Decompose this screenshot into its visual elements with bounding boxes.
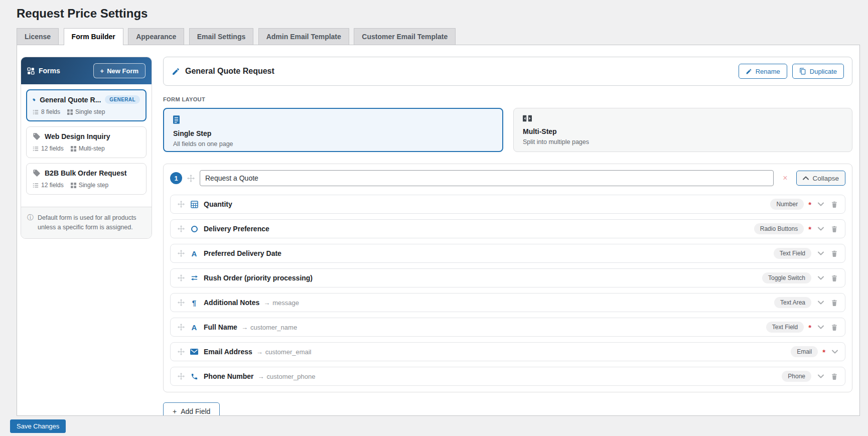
- move-handle-icon[interactable]: [178, 324, 185, 331]
- trash-icon[interactable]: [831, 324, 838, 331]
- copy-icon: [799, 68, 806, 75]
- field-type-badge: Toggle Switch: [762, 272, 811, 283]
- form-step-type: Single step: [75, 108, 105, 115]
- number-grid-icon: [191, 201, 198, 208]
- trash-icon[interactable]: [831, 201, 838, 208]
- fields-list-icon: [33, 109, 39, 115]
- form-name: B2B Bulk Order Request: [45, 169, 126, 177]
- chevron-down-icon[interactable]: [818, 202, 824, 206]
- forms-sidebar-header: Forms + New Form: [21, 57, 152, 84]
- phone-icon: [191, 373, 198, 380]
- form-card-web-design[interactable]: Web Design Inquiry 12 fields Multi-step: [26, 126, 147, 158]
- default-form-note: ⓘ Default form is used for all products …: [21, 207, 152, 238]
- rename-button[interactable]: Rename: [739, 64, 787, 79]
- field-row-additional-notes: ¶ Additional Notes →message Text Area *: [170, 293, 845, 312]
- plus-icon: +: [173, 407, 177, 415]
- field-label: Preferred Delivery Date: [204, 249, 281, 257]
- layout-option-description: All fields on one page: [173, 140, 493, 148]
- tab-admin-email-template[interactable]: Admin Email Template: [258, 28, 349, 45]
- field-label: Additional Notes: [204, 299, 259, 307]
- field-type-badge: Text Field: [766, 322, 804, 333]
- move-handle-icon[interactable]: [178, 274, 185, 281]
- paragraph-icon: ¶: [192, 299, 196, 307]
- tab-license[interactable]: License: [17, 28, 59, 45]
- layout-option-multi-step[interactable]: Multi-Step Split into multiple pages: [513, 108, 852, 152]
- step-header: 1 × Collapse: [170, 170, 845, 186]
- arrow-right-icon: →: [241, 324, 248, 331]
- page-title: Request Price Settings: [0, 0, 868, 21]
- form-card-general-quote[interactable]: General Quote R... GENERAL 8 fields Sing…: [26, 89, 147, 121]
- form-name: Web Design Inquiry: [45, 132, 110, 140]
- field-type-badge: Email: [791, 346, 818, 357]
- required-asterisk: *: [822, 348, 825, 356]
- chevron-down-icon[interactable]: [832, 350, 838, 354]
- content-panel: Forms + New Form General Quote R... GENE…: [17, 45, 860, 416]
- move-handle-icon[interactable]: [178, 225, 185, 232]
- trash-icon[interactable]: [831, 274, 838, 282]
- step-type-icon: [71, 146, 76, 152]
- save-changes-button[interactable]: Save Changes: [10, 419, 66, 433]
- chevron-down-icon[interactable]: [818, 325, 824, 329]
- arrow-right-icon: →: [263, 299, 270, 307]
- tab-email-settings[interactable]: Email Settings: [189, 28, 253, 45]
- toggle-icon: [191, 275, 198, 281]
- form-step-type: Single step: [79, 182, 108, 189]
- move-handle-icon[interactable]: [178, 299, 185, 306]
- trash-icon[interactable]: [831, 373, 838, 380]
- single-step-icon: [173, 115, 180, 124]
- pencil-icon: [746, 68, 752, 75]
- field-type-badge: Phone: [782, 371, 811, 382]
- trash-icon[interactable]: [831, 225, 838, 233]
- field-mapping: →customer_email: [256, 348, 312, 356]
- chevron-down-icon[interactable]: [818, 227, 824, 231]
- form-layout-label: FORM LAYOUT: [163, 96, 852, 102]
- field-type-badge: Number: [770, 199, 804, 210]
- multi-step-icon: [523, 115, 532, 122]
- fields-list-icon: [33, 183, 39, 188]
- text-field-icon: A: [192, 324, 197, 331]
- chevron-down-icon[interactable]: [818, 276, 824, 280]
- move-handle-icon[interactable]: [187, 175, 195, 182]
- delete-step-icon[interactable]: ×: [779, 174, 791, 183]
- chevron-down-icon[interactable]: [818, 301, 824, 305]
- required-asterisk: *: [808, 200, 811, 209]
- field-type-badge: Text Area: [774, 297, 811, 308]
- form-header: General Quote Request Rename Duplicate: [163, 57, 852, 86]
- field-type-badge: Text Field: [774, 248, 811, 259]
- step-container: 1 × Collapse Quantity → Number *: [163, 164, 852, 392]
- move-handle-icon[interactable]: [178, 348, 185, 355]
- field-row-email-address: Email Address →customer_email Email *: [170, 342, 845, 361]
- email-icon: [190, 349, 198, 355]
- field-mapping: →message: [263, 299, 299, 307]
- tab-form-builder[interactable]: Form Builder: [64, 28, 123, 45]
- add-field-button[interactable]: + Add Field: [163, 402, 220, 416]
- current-form-title: General Quote Request: [185, 67, 274, 76]
- move-handle-icon[interactable]: [178, 250, 185, 257]
- arrow-right-icon: →: [256, 348, 263, 356]
- layout-option-single-step[interactable]: Single Step All fields on one page: [163, 108, 503, 152]
- move-handle-icon[interactable]: [178, 373, 185, 380]
- form-fields-count: 12 fields: [41, 145, 64, 152]
- duplicate-button[interactable]: Duplicate: [792, 64, 844, 79]
- field-row-rush-order: Rush Order (priority processing) → Toggl…: [170, 268, 845, 287]
- tab-appearance[interactable]: Appearance: [128, 28, 184, 45]
- step-title-input[interactable]: [200, 170, 774, 186]
- arrow-right-icon: →: [258, 373, 264, 380]
- field-label: Delivery Preference: [204, 225, 269, 233]
- new-form-button[interactable]: + New Form: [93, 63, 146, 78]
- form-fields-count: 12 fields: [41, 182, 64, 189]
- move-handle-icon[interactable]: [178, 201, 185, 208]
- tab-customer-email-template[interactable]: Customer Email Template: [354, 28, 456, 45]
- field-type-badge: Radio Buttons: [754, 223, 804, 234]
- chevron-down-icon[interactable]: [818, 251, 824, 255]
- trash-icon[interactable]: [831, 250, 838, 257]
- field-row-preferred-delivery-date: A Preferred Delivery Date → Text Field *: [170, 244, 845, 263]
- layout-option-title: Multi-Step: [523, 127, 843, 135]
- required-asterisk: *: [808, 225, 811, 233]
- pencil-icon: [172, 67, 180, 76]
- chevron-down-icon[interactable]: [818, 374, 824, 378]
- collapse-button[interactable]: Collapse: [796, 171, 845, 186]
- trash-icon[interactable]: [831, 299, 838, 307]
- field-row-delivery-preference: Delivery Preference → Radio Buttons *: [170, 219, 845, 238]
- form-card-b2b-bulk[interactable]: B2B Bulk Order Request 12 fields Single …: [26, 163, 147, 195]
